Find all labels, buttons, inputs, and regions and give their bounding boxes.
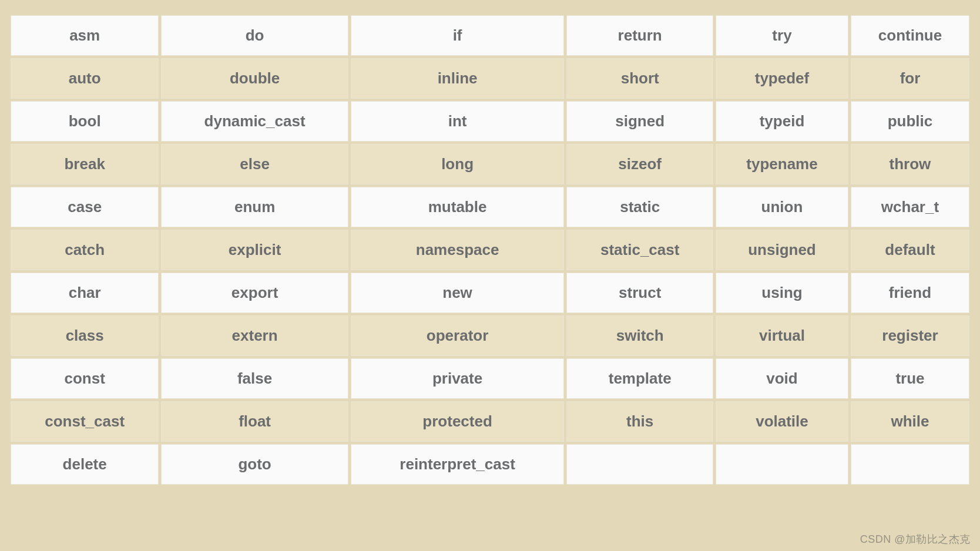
table-cell: asm bbox=[11, 15, 159, 56]
table-cell: catch bbox=[11, 230, 159, 270]
table-cell: delete bbox=[11, 444, 159, 485]
table-cell: continue bbox=[851, 15, 969, 56]
table-row: char export new struct using friend bbox=[11, 273, 969, 313]
watermark: CSDN @加勒比之杰克 bbox=[860, 532, 971, 546]
table-cell: long bbox=[351, 144, 564, 184]
table-row: case enum mutable static union wchar_t bbox=[11, 187, 969, 227]
table-cell: do bbox=[161, 15, 348, 56]
table-cell: using bbox=[716, 273, 848, 313]
table-cell: throw bbox=[851, 144, 969, 184]
table-cell: reinterpret_cast bbox=[351, 444, 564, 485]
table-cell: while bbox=[851, 401, 969, 442]
table-row: const_cast float protected this volatile… bbox=[11, 401, 969, 442]
table-cell: bool bbox=[11, 101, 159, 142]
table-cell: else bbox=[161, 144, 348, 184]
table-cell: operator bbox=[351, 315, 564, 356]
table-cell: sizeof bbox=[566, 144, 713, 184]
table-cell: enum bbox=[161, 187, 348, 227]
table-cell: if bbox=[351, 15, 564, 56]
table-row: class extern operator switch virtual reg… bbox=[11, 315, 969, 356]
table-cell: explicit bbox=[161, 230, 348, 270]
table-row: break else long sizeof typename throw bbox=[11, 144, 969, 184]
table-cell: double bbox=[161, 58, 348, 99]
table-cell-empty bbox=[851, 444, 969, 485]
table-cell: int bbox=[351, 101, 564, 142]
table-cell: const_cast bbox=[11, 401, 159, 442]
table-row: bool dynamic_cast int signed typeid publ… bbox=[11, 101, 969, 142]
keywords-table: asm do if return try continue auto doubl… bbox=[8, 13, 972, 487]
table-cell: float bbox=[161, 401, 348, 442]
table-row: const false private template void true bbox=[11, 358, 969, 399]
table-cell: break bbox=[11, 144, 159, 184]
table-cell: unsigned bbox=[716, 230, 848, 270]
table-cell: volatile bbox=[716, 401, 848, 442]
table-cell: wchar_t bbox=[851, 187, 969, 227]
table-cell: inline bbox=[351, 58, 564, 99]
table-cell: public bbox=[851, 101, 969, 142]
table-cell: export bbox=[161, 273, 348, 313]
table-cell: default bbox=[851, 230, 969, 270]
table-cell: const bbox=[11, 358, 159, 399]
table-cell: namespace bbox=[351, 230, 564, 270]
table-cell: virtual bbox=[716, 315, 848, 356]
table-cell: void bbox=[716, 358, 848, 399]
table-cell: typeid bbox=[716, 101, 848, 142]
table-cell: register bbox=[851, 315, 969, 356]
table-cell: auto bbox=[11, 58, 159, 99]
table-cell: this bbox=[566, 401, 713, 442]
table-cell: static_cast bbox=[566, 230, 713, 270]
table-cell: true bbox=[851, 358, 969, 399]
table-cell: friend bbox=[851, 273, 969, 313]
table-cell: template bbox=[566, 358, 713, 399]
table-cell: new bbox=[351, 273, 564, 313]
table-cell: dynamic_cast bbox=[161, 101, 348, 142]
table-cell-empty bbox=[566, 444, 713, 485]
table-cell: union bbox=[716, 187, 848, 227]
table-cell: return bbox=[566, 15, 713, 56]
table-row: auto double inline short typedef for bbox=[11, 58, 969, 99]
table-cell: goto bbox=[161, 444, 348, 485]
table-cell: protected bbox=[351, 401, 564, 442]
table-cell: false bbox=[161, 358, 348, 399]
table-cell-empty bbox=[716, 444, 848, 485]
table-cell: for bbox=[851, 58, 969, 99]
table-cell: struct bbox=[566, 273, 713, 313]
table-cell: typename bbox=[716, 144, 848, 184]
table-cell: short bbox=[566, 58, 713, 99]
table-row: asm do if return try continue bbox=[11, 15, 969, 56]
table-cell: static bbox=[566, 187, 713, 227]
table-cell: char bbox=[11, 273, 159, 313]
table-cell: switch bbox=[566, 315, 713, 356]
table-cell: signed bbox=[566, 101, 713, 142]
table-cell: typedef bbox=[716, 58, 848, 99]
table-cell: class bbox=[11, 315, 159, 356]
table-cell: case bbox=[11, 187, 159, 227]
table-cell: extern bbox=[161, 315, 348, 356]
table-cell: private bbox=[351, 358, 564, 399]
table-row: catch explicit namespace static_cast uns… bbox=[11, 230, 969, 270]
table-row: delete goto reinterpret_cast bbox=[11, 444, 969, 485]
table-cell: mutable bbox=[351, 187, 564, 227]
table-cell: try bbox=[716, 15, 848, 56]
